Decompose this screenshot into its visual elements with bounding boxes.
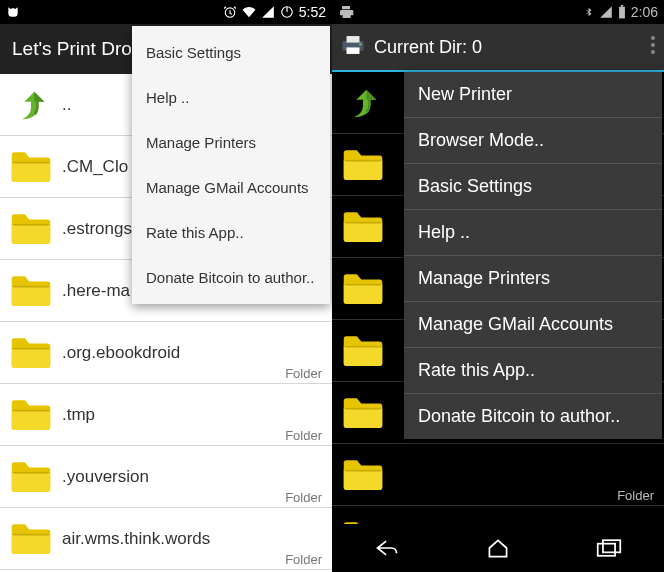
folder-icon [332, 333, 394, 369]
menu-item[interactable]: Help .. [132, 75, 330, 120]
menu-item[interactable]: Rate this App.. [132, 210, 330, 255]
status-bar: 5:52 [0, 0, 332, 24]
menu-item[interactable]: Manage GMail Accounts [132, 165, 330, 210]
alarm-icon [223, 5, 237, 19]
bluetooth-icon [584, 5, 594, 19]
nav-back-button[interactable] [372, 533, 402, 563]
signal-icon [261, 5, 275, 19]
file-type: Folder [285, 366, 322, 381]
menu-item[interactable]: New Printer [404, 72, 662, 118]
folder-icon [332, 147, 394, 183]
svg-rect-11 [597, 544, 614, 556]
file-name: air.wms.think.words [62, 529, 210, 549]
svg-rect-6 [347, 47, 360, 54]
nav-recent-button[interactable] [594, 533, 624, 563]
menu-item[interactable]: Donate Bitcoin to author.. [404, 394, 662, 439]
folder-icon [332, 271, 394, 307]
svg-point-9 [651, 43, 655, 47]
folder-icon [0, 397, 62, 433]
status-bar: 2:06 [332, 0, 664, 24]
wifi-icon [242, 5, 256, 19]
folder-icon [332, 519, 394, 525]
device-right: 2:06 Current Dir: 0 FolderAndroidFolderA… [332, 0, 664, 572]
file-type: Folder [285, 428, 322, 443]
menu-item[interactable]: Help .. [404, 210, 662, 256]
menu-item[interactable]: Manage Printers [132, 120, 330, 165]
file-name: .org.ebookdroid [62, 343, 180, 363]
list-item[interactable]: .youversionFolder [0, 446, 332, 508]
svg-point-10 [651, 50, 655, 54]
app-title: Current Dir: 0 [374, 37, 482, 58]
power-icon [280, 5, 294, 19]
file-type: Folder [617, 488, 654, 503]
nav-bar [332, 524, 664, 572]
app-title: Let's Print Dro [12, 38, 132, 60]
file-name: .. [62, 95, 71, 115]
folder-icon [332, 395, 394, 431]
overflow-menu: Basic SettingsHelp ..Manage PrintersMana… [132, 26, 330, 304]
file-name: .estrongs [62, 219, 132, 239]
menu-item[interactable]: Basic Settings [132, 30, 330, 75]
folder-icon [332, 209, 394, 245]
status-right-icons: 5:52 [223, 4, 326, 20]
list-item[interactable]: AndroidFolder [332, 506, 664, 524]
battery-icon [618, 5, 626, 19]
file-type: Folder [285, 490, 322, 505]
svg-rect-5 [347, 36, 360, 43]
device-left: 5:52 Let's Print Dro ...CM_Clo.estrongs.… [0, 0, 332, 572]
svg-rect-12 [603, 540, 620, 552]
file-name: .tmp [62, 405, 95, 425]
file-name: .youversion [62, 467, 149, 487]
list-item[interactable]: Folder [332, 444, 664, 506]
list-item[interactable]: .tmpFolder [0, 384, 332, 446]
folder-icon [0, 149, 62, 185]
up-arrow-icon [0, 85, 62, 125]
printer-icon [340, 34, 366, 61]
menu-item[interactable]: Browser Mode.. [404, 118, 662, 164]
menu-item[interactable]: Manage Printers [404, 256, 662, 302]
status-time: 5:52 [299, 4, 326, 20]
signal-icon [599, 5, 613, 19]
nav-home-button[interactable] [483, 533, 513, 563]
menu-item[interactable]: Manage GMail Accounts [404, 302, 662, 348]
menu-item[interactable]: Donate Bitcoin to author.. [132, 255, 330, 300]
print-icon [338, 4, 354, 20]
cat-icon [6, 5, 20, 19]
app-bar: Current Dir: 0 [332, 24, 664, 72]
file-type: Folder [285, 552, 322, 567]
folder-icon [332, 457, 394, 493]
menu-item[interactable]: Basic Settings [404, 164, 662, 210]
svg-point-8 [651, 36, 655, 40]
status-left-icons [6, 5, 20, 19]
file-name: .here-ma [62, 281, 130, 301]
folder-icon [0, 211, 62, 247]
up-arrow-icon [332, 83, 394, 123]
svg-point-7 [359, 42, 361, 44]
folder-icon [0, 335, 62, 371]
list-item[interactable]: .org.ebookdroidFolder [0, 322, 332, 384]
status-right-icons: 2:06 [584, 4, 658, 20]
folder-icon [0, 273, 62, 309]
file-name: .CM_Clo [62, 157, 128, 177]
status-left-icons [338, 4, 354, 20]
folder-icon [0, 521, 62, 557]
overflow-menu: New PrinterBrowser Mode..Basic SettingsH… [404, 72, 662, 439]
status-time: 2:06 [631, 4, 658, 20]
overflow-icon[interactable] [650, 35, 656, 60]
menu-item[interactable]: Rate this App.. [404, 348, 662, 394]
svg-rect-2 [619, 7, 625, 19]
list-item[interactable]: air.wms.think.wordsFolder [0, 508, 332, 570]
svg-rect-3 [621, 5, 623, 7]
folder-icon [0, 459, 62, 495]
